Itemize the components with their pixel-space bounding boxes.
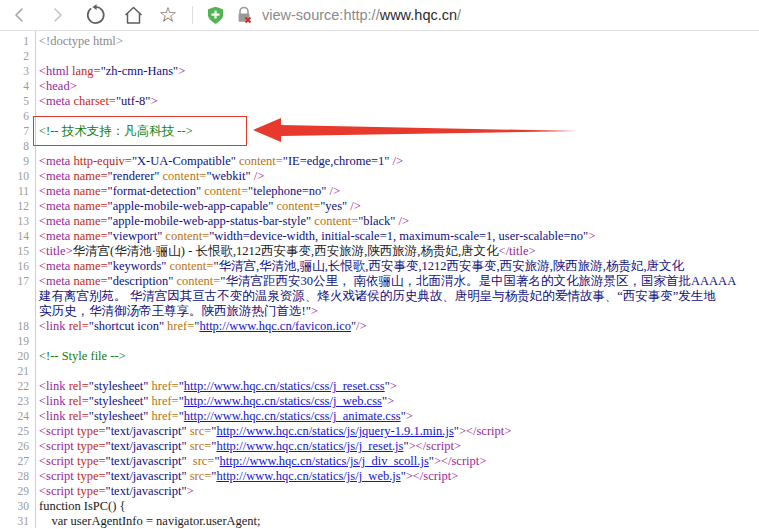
code-token: rel= [69,394,89,408]
source-row: 14<meta name="viewport" content="width=d… [0,229,759,244]
code-token: <link [39,409,69,423]
source-lines: 1<!doctype html>23<html lang="zh-cmn-Han… [0,31,759,528]
code-token: rel= [69,379,89,393]
code-token: "utf-8" [116,94,151,108]
code-token: content= [163,169,207,183]
source-row: 3<html lang="zh-cmn-Hans"> [0,64,759,79]
url-link[interactable]: http://www.hqc.cn/statics/js/j_div_scoll… [220,454,429,468]
source-code-text: var userAgentInfo = navigator.userAgent; [39,514,261,528]
line-number: 11 [0,184,29,199]
url-link[interactable]: http://www.hqc.cn/statics/js/j_reset.js [216,439,403,453]
code-token: <script [39,454,77,468]
code-token: "keywords" [108,259,170,273]
url-path: / [457,7,461,23]
code-token: <meta [39,259,73,273]
code-token: > [178,64,185,78]
code-token: src= [190,439,212,453]
forward-icon[interactable] [45,3,69,27]
source-row: 26<script type="text/javascript" src="ht… [0,439,759,454]
code-token: ></script> [434,454,486,468]
code-token: "telephone=no" [248,184,329,198]
code-token: function IsPC() { [39,499,126,513]
back-icon[interactable] [8,3,32,27]
code-token: name= [73,214,107,228]
line-number: 31 [0,514,29,528]
line-number: 23 [0,394,29,409]
source-code-text: <meta name="apple-mobile-web-app-status-… [39,214,409,228]
code-token: "renderer" [108,169,163,183]
source-row: 12<meta name="apple-mobile-web-app-capab… [0,199,759,214]
line-number: 27 [0,454,29,469]
source-code-text: <link rel="shortcut icon" href="http://w… [39,319,367,333]
code-token: <meta [39,199,73,213]
code-token: name= [73,199,107,213]
code-token: type= [77,454,106,468]
source-code-text: 实历史，华清御汤帝王尊享。陕西旅游热门首选!"> [39,304,318,318]
source-code-text: <script type="text/javascript" src="http… [39,469,458,483]
code-token: "apple-mobile-web-app-capable" [108,199,277,213]
line-number: 20 [0,349,29,364]
source-row: 23<link rel="stylesheet" href="http://ww… [0,394,759,409]
code-token: src= [190,469,212,483]
code-token: type= [77,439,106,453]
line-number: 1 [0,34,29,49]
url-link[interactable]: http://www.hqc.cn/statics/js/jquery-1.9.… [216,424,453,438]
security-shield-icon[interactable] [203,3,227,27]
url-link[interactable]: http://www.hqc.cn/statics/css/j_reset.cs… [184,379,385,393]
line-number: 19 [0,334,29,349]
source-code-text: <!doctype html> [39,34,123,48]
url-link[interactable]: http://www.hqc.cn/statics/css/j_animate.… [184,409,401,423]
source-row: 10<meta name="renderer" content="webkit"… [0,169,759,184]
line-number: 4 [0,79,29,94]
source-row: 31 var userAgentInfo = navigator.userAge… [0,514,759,528]
code-token: "viewport" [108,229,166,243]
code-token: rel= [69,409,89,423]
source-code-text: <meta charset="utf-8"> [39,94,158,108]
source-row: 11<meta name="format-detection" content=… [0,184,759,199]
code-token: "text/javascript" [106,469,190,483]
code-token: <link [39,319,69,333]
code-token: "stylesheet" [89,379,152,393]
code-token: <link [39,394,69,408]
home-icon[interactable] [121,3,145,27]
source-code-text: <link rel="stylesheet" href="http://www.… [39,379,397,393]
code-token: 建有离宫别苑。 华清宫因其亘古不变的温泉资源、烽火戏诸侯的历史典故、唐明皇与杨贵… [39,289,716,303]
source-row: 25<script type="text/javascript" src="ht… [0,424,759,439]
source-code-text: <meta name="keywords" content="华清宫,华清池,骊… [39,259,684,273]
code-token: "华清宫,华清池,骊山,长恨歌,西安事变,1212西安事变,西安旅游,陕西旅游,… [213,259,684,273]
source-code-text: <link rel="stylesheet" href="http://www.… [39,394,394,408]
line-number: 8 [0,139,29,154]
code-token: /> [330,184,341,198]
source-code-text: <meta name="description" content="华清宫距西安… [39,274,736,288]
code-token: name= [73,259,107,273]
source-code-text: <meta name="format-detection" content="t… [39,184,340,198]
source-code-text: <link rel="stylesheet" href="http://www.… [39,409,413,423]
source-row: 29<script type="text/javascript"> [0,484,759,499]
code-token: "华清宫距西安30公里， 南依骊山，北面渭水。是中国著名的文化旅游景区，国家首批… [220,274,736,288]
code-token: <title> [39,244,73,258]
url-link[interactable]: http://www.hqc.cn/statics/css/j_web.css [184,394,382,408]
bookmark-star-icon[interactable]: ☆ [156,3,180,27]
code-token: "text/javascript" [106,424,190,438]
source-code-text: <script type="text/javascript" src="http… [39,424,511,438]
code-token: content= [165,229,209,243]
url-link[interactable]: http://www.hqc.cn/statics/js/j_web.js [216,469,400,483]
insecure-lock-icon[interactable] [232,3,256,27]
line-number: 2 [0,49,29,64]
browser-toolbar: ☆ view-source:http://www.hqc.cn/ [0,0,759,31]
code-token: "text/javascript" [106,454,193,468]
code-token: /> [350,199,361,213]
address-bar[interactable]: view-source:http://www.hqc.cn/ [262,7,461,23]
code-token: name= [73,184,107,198]
code-token: name= [73,229,107,243]
code-token: <script [39,424,77,438]
url-link[interactable]: http://www.hqc.cn/favicon.ico [199,319,351,333]
code-token: http-equiv= [73,154,131,168]
code-token: "IE=edge,chrome=1" [283,154,393,168]
source-row: 28<script type="text/javascript" src="ht… [0,469,759,484]
code-token: > [387,394,394,408]
code-token: > [150,94,157,108]
refresh-icon[interactable] [84,3,108,27]
code-token: <script [39,439,77,453]
source-row: 6 [0,109,759,124]
